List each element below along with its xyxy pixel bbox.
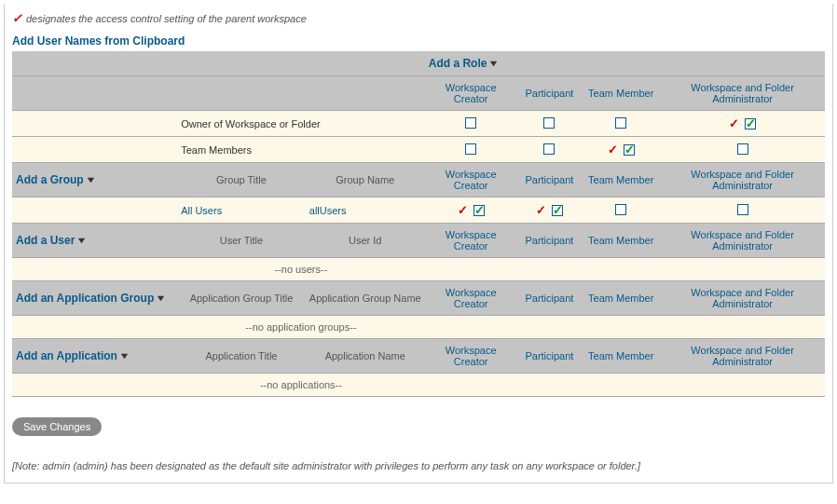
role-col-participant[interactable]: Participant xyxy=(525,235,573,246)
row-name-link[interactable]: allUsers xyxy=(309,205,347,216)
inherited-check-icon: ✓ xyxy=(608,143,618,157)
role-checkbox[interactable] xyxy=(615,117,626,129)
chevron-down-icon: ▼ xyxy=(155,293,166,303)
role-col-team-member[interactable]: Team Member xyxy=(588,235,653,246)
role-col-participant[interactable]: Participant xyxy=(525,88,573,99)
principal-row: Owner of Workspace or Folder ✓ xyxy=(12,111,825,137)
row-title-link[interactable]: All Users xyxy=(181,205,222,216)
add-from-clipboard-link[interactable]: Add User Names from Clipboard xyxy=(12,34,185,48)
principal-label: Owner of Workspace or Folder xyxy=(181,118,321,129)
col-title: Application Title xyxy=(205,350,277,361)
role-col-team-member[interactable]: Team Member xyxy=(588,293,653,304)
role-col-workspace-creator[interactable]: Workspace Creator xyxy=(446,82,497,104)
add-role-link[interactable]: Add a Role ▼ xyxy=(429,57,499,70)
principal-label: Team Members xyxy=(181,144,252,156)
data-row: All Users allUsers ✓ ✓ xyxy=(12,198,825,224)
role-checkbox[interactable] xyxy=(543,117,555,129)
role-col-team-member[interactable]: Team Member xyxy=(588,350,653,361)
principal-row: Team Members ✓ xyxy=(12,137,825,163)
role-col-wf-admin[interactable]: Workspace and Folder Administrator xyxy=(691,82,793,104)
role-col-wf-admin[interactable]: Workspace and Folder Administrator xyxy=(691,229,793,252)
role-col-participant[interactable]: Participant xyxy=(525,293,573,304)
role-col-participant[interactable]: Participant xyxy=(525,174,573,185)
empty-row: --no users-- xyxy=(12,258,825,281)
inherited-check-icon: ✓ xyxy=(729,116,739,130)
inherited-check-icon: ✓ xyxy=(536,203,546,217)
section-header-appgroup: Add an Application Group ▼ Application G… xyxy=(12,281,825,316)
section-header-group: Add a Group ▼ Group Title Group Name Wor… xyxy=(12,163,825,198)
access-table: Add a Role ▼ Workspace Creator Participa… xyxy=(12,51,825,397)
role-col-team-member[interactable]: Team Member xyxy=(588,174,653,185)
col-name: Group Name xyxy=(336,174,394,185)
add-role-label: Add a Role xyxy=(429,57,487,70)
col-title: Application Group Title xyxy=(190,293,294,304)
empty-message: --no applications-- xyxy=(260,379,342,390)
role-col-workspace-creator[interactable]: Workspace Creator xyxy=(446,345,497,367)
empty-message: --no application groups-- xyxy=(245,321,356,333)
role-col-wf-admin[interactable]: Workspace and Folder Administrator xyxy=(691,169,793,191)
role-checkbox[interactable] xyxy=(624,144,635,156)
role-checkbox[interactable] xyxy=(473,205,485,216)
role-checkbox[interactable] xyxy=(737,143,748,155)
chevron-down-icon: ▼ xyxy=(76,236,88,245)
add-group-link[interactable]: Add a Group ▼ xyxy=(16,173,95,186)
col-title: Group Title xyxy=(216,174,267,185)
save-changes-button[interactable]: Save Changes xyxy=(12,417,102,436)
role-col-wf-admin[interactable]: Workspace and Folder Administrator xyxy=(691,345,793,367)
col-name: Application Group Name xyxy=(309,293,421,304)
inherited-check-icon: ✓ xyxy=(458,203,468,217)
role-checkbox[interactable] xyxy=(615,204,626,215)
col-name: Application Name xyxy=(325,350,405,361)
empty-row: --no applications-- xyxy=(12,374,825,397)
role-checkbox[interactable] xyxy=(552,205,563,216)
col-title: User Title xyxy=(220,235,263,246)
chevron-down-icon: ▼ xyxy=(85,175,96,184)
empty-row: --no application groups-- xyxy=(12,316,825,339)
role-col-team-member[interactable]: Team Member xyxy=(588,88,653,99)
role-col-workspace-creator[interactable]: Workspace Creator xyxy=(446,287,497,309)
role-checkbox[interactable] xyxy=(745,118,756,129)
admin-note: [Note: admin (admin) has been designated… xyxy=(12,460,825,471)
empty-message: --no users-- xyxy=(275,264,328,275)
role-col-workspace-creator[interactable]: Workspace Creator xyxy=(446,229,497,252)
check-icon: ✓ xyxy=(12,11,22,25)
section-header-app: Add an Application ▼ Application Title A… xyxy=(12,339,825,374)
legend-label: designates the access control setting of… xyxy=(26,13,307,24)
role-col-wf-admin[interactable]: Workspace and Folder Administrator xyxy=(691,287,793,309)
add-appgroup-link[interactable]: Add an Application Group ▼ xyxy=(16,292,165,305)
role-checkbox[interactable] xyxy=(737,204,748,215)
chevron-down-icon: ▼ xyxy=(118,351,130,361)
add-user-link[interactable]: Add a User ▼ xyxy=(16,234,86,247)
legend-text: ✓ designates the access control setting … xyxy=(12,11,825,25)
section-header-user: Add a User ▼ User Title User Id Workspac… xyxy=(12,224,825,258)
role-checkbox[interactable] xyxy=(465,143,476,155)
add-app-link[interactable]: Add an Application ▼ xyxy=(16,349,129,362)
col-name: User Id xyxy=(349,235,381,246)
role-col-participant[interactable]: Participant xyxy=(525,350,573,361)
role-checkbox[interactable] xyxy=(465,117,476,129)
role-col-workspace-creator[interactable]: Workspace Creator xyxy=(446,169,497,191)
chevron-down-icon: ▼ xyxy=(488,59,500,68)
role-checkbox[interactable] xyxy=(543,143,555,155)
